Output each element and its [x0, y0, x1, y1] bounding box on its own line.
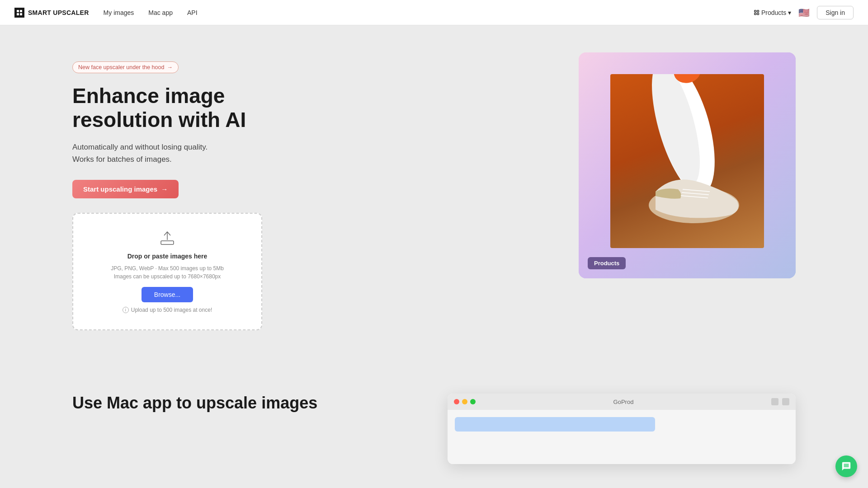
badge-arrow: → — [167, 64, 173, 70]
nav-right: Products ▾ 🇺🇸 Sign in — [754, 6, 854, 19]
chat-button[interactable] — [835, 455, 857, 477]
bottom-right: GoProd — [448, 394, 796, 464]
hero-subtitle-line2: Works for batches of images. — [72, 155, 172, 164]
mac-titlebar: GoProd — [448, 394, 796, 410]
nav-link-mac-app[interactable]: Mac app — [148, 9, 173, 16]
drop-sub-text: JPG, PNG, WebP · Max 500 images up to 5M… — [111, 264, 224, 281]
image-label: Products — [588, 257, 626, 269]
navbar: SMART UPSCALER My images Mac app API Pro… — [0, 0, 868, 25]
start-btn-arrow: → — [161, 185, 168, 193]
start-btn-label: Start upscaling images — [83, 185, 157, 193]
drop-main-text: Drop or paste images here — [127, 253, 208, 260]
svg-rect-2 — [17, 13, 19, 15]
svg-rect-7 — [757, 13, 759, 14]
upload-icon — [159, 230, 175, 248]
logo[interactable]: SMART UPSCALER — [14, 8, 89, 18]
svg-rect-6 — [755, 13, 756, 14]
products-dropdown[interactable]: Products ▾ — [754, 9, 791, 16]
svg-rect-5 — [757, 10, 759, 12]
badge-text: New face upscaler under the hood — [78, 64, 164, 70]
mac-control-1[interactable] — [771, 398, 778, 405]
start-upscaling-button[interactable]: Start upscaling images → — [72, 180, 179, 198]
mac-control-2[interactable] — [782, 398, 789, 405]
bottom-title: Use Mac app to upscale images — [72, 394, 420, 413]
language-flag[interactable]: 🇺🇸 — [798, 7, 810, 18]
mac-controls — [771, 398, 789, 405]
svg-rect-0 — [17, 10, 19, 12]
svg-rect-8 — [161, 241, 174, 244]
dropzone[interactable]: Drop or paste images here JPG, PNG, WebP… — [72, 213, 262, 330]
hero-badge[interactable]: New face upscaler under the hood → — [72, 61, 179, 73]
mac-window: GoProd — [448, 394, 796, 464]
hero-subtitle: Automatically and without losing quality… — [72, 141, 262, 165]
hero-title: Enhance image resolution with AI — [72, 84, 262, 132]
logo-text: SMART UPSCALER — [28, 9, 89, 16]
bottom-left: Use Mac app to upscale images — [72, 394, 420, 413]
shoe-svg — [610, 74, 764, 248]
products-grid-icon — [754, 10, 760, 15]
max-size-text: Images can be upscaled up to 7680×7680px — [114, 273, 221, 280]
nav-link-my-images[interactable]: My images — [104, 9, 134, 16]
svg-rect-4 — [755, 10, 756, 12]
formats-text: JPG, PNG, WebP · Max 500 images up to 5M… — [111, 265, 224, 272]
chat-icon — [841, 461, 851, 471]
shoe-photo-bg — [610, 74, 764, 248]
chevron-down-icon: ▾ — [788, 9, 791, 16]
mac-dot-yellow[interactable] — [462, 399, 467, 404]
svg-rect-1 — [20, 10, 22, 12]
hero-left: New face upscaler under the hood → Enhan… — [72, 52, 262, 330]
info-icon: i — [123, 307, 129, 313]
mac-dots — [454, 399, 476, 404]
mac-input-field[interactable] — [455, 417, 655, 432]
hero-image-card: Products — [579, 52, 796, 278]
logo-svg — [16, 9, 23, 16]
mac-dot-green[interactable] — [470, 399, 476, 404]
mac-body — [448, 410, 796, 464]
hero-subtitle-line1: Automatically and without losing quality… — [72, 143, 208, 151]
nav-link-api[interactable]: API — [187, 9, 198, 16]
hero-section: New face upscaler under the hood → Enhan… — [0, 25, 868, 366]
hero-right: Products — [579, 52, 796, 278]
upload-info: i Upload up to 500 images at once! — [123, 307, 212, 313]
bottom-section: Use Mac app to upscale images GoProd — [0, 366, 868, 488]
mac-dot-red[interactable] — [454, 399, 459, 404]
sign-in-button[interactable]: Sign in — [817, 6, 854, 19]
products-label: Products — [761, 9, 786, 16]
svg-rect-3 — [20, 13, 22, 15]
mac-window-title: GoProd — [613, 399, 634, 405]
nav-left: SMART UPSCALER My images Mac app API — [14, 8, 198, 18]
logo-icon — [14, 8, 24, 18]
browse-button[interactable]: Browse... — [142, 287, 193, 302]
upload-info-text: Upload up to 500 images at once! — [131, 307, 212, 313]
